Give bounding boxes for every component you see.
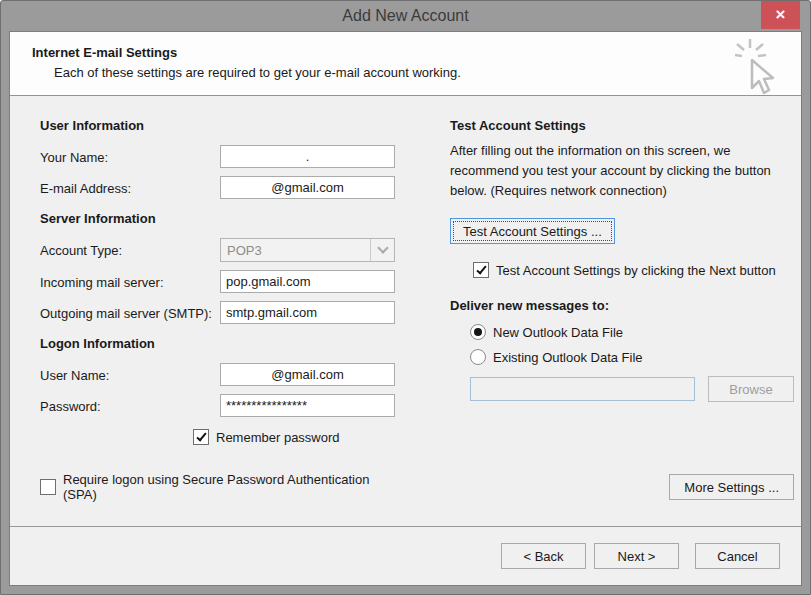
spa-checkbox[interactable] (40, 479, 56, 495)
new-data-file-label: New Outlook Data File (493, 325, 623, 340)
new-data-file-row: New Outlook Data File (470, 324, 794, 340)
test-account-settings-heading: Test Account Settings (450, 118, 794, 133)
deliver-heading: Deliver new messages to: (450, 298, 794, 313)
spa-row: Require logon using Secure Password Auth… (40, 472, 398, 502)
window-title: Add New Account (1, 1, 810, 31)
test-on-next-checkbox[interactable] (473, 262, 489, 278)
right-column: Test Account Settings After filling out … (450, 118, 794, 526)
test-account-settings-button[interactable]: Test Account Settings ... (450, 218, 615, 244)
password-row: Password: (40, 394, 398, 417)
next-button[interactable]: Next > (594, 543, 679, 569)
email-address-row: E-mail Address: (40, 176, 398, 199)
user-information-heading: User Information (40, 118, 398, 133)
more-settings-button[interactable]: More Settings ... (669, 474, 794, 500)
add-new-account-dialog: Add New Account × Internet E-mail Settin… (0, 0, 811, 595)
email-address-input[interactable] (220, 176, 395, 199)
outgoing-server-input[interactable] (220, 301, 395, 324)
existing-data-file-radio[interactable] (470, 349, 486, 365)
server-information-heading: Server Information (40, 211, 398, 226)
incoming-server-row: Incoming mail server: (40, 270, 398, 293)
outgoing-server-label: Outgoing mail server (SMTP): (40, 305, 220, 321)
account-type-select: POP3 (220, 238, 395, 262)
banner-title: Internet E-mail Settings (32, 45, 801, 60)
click-cursor-icon (735, 38, 783, 96)
data-file-path-row: Browse (470, 376, 794, 402)
existing-data-file-row: Existing Outlook Data File (470, 349, 794, 365)
banner: Internet E-mail Settings Each of these s… (10, 32, 801, 96)
banner-subtitle: Each of these settings are required to g… (54, 65, 801, 80)
test-on-next-row: Test Account Settings by clicking the Ne… (473, 262, 794, 278)
your-name-input[interactable] (220, 145, 395, 168)
close-button[interactable]: × (761, 1, 800, 29)
email-address-label: E-mail Address: (40, 180, 220, 196)
dialog-surface: Internet E-mail Settings Each of these s… (9, 31, 802, 586)
test-account-settings-description: After filling out the information on thi… (450, 141, 794, 201)
remember-password-label: Remember password (216, 430, 340, 445)
account-type-label: Account Type: (40, 242, 220, 258)
remember-password-checkbox[interactable] (193, 429, 209, 445)
existing-data-file-label: Existing Outlook Data File (493, 350, 643, 365)
spa-label: Require logon using Secure Password Auth… (63, 472, 398, 502)
titlebar[interactable]: Add New Account × (1, 1, 810, 31)
data-file-path-input (470, 377, 695, 401)
chevron-down-icon (370, 239, 394, 261)
left-column: User Information Your Name: E-mail Addre… (40, 118, 398, 526)
account-type-row: Account Type: POP3 (40, 238, 398, 262)
your-name-row: Your Name: (40, 145, 398, 168)
user-name-input[interactable] (220, 363, 395, 386)
incoming-server-label: Incoming mail server: (40, 274, 220, 290)
browse-button: Browse (708, 376, 794, 402)
test-on-next-label: Test Account Settings by clicking the Ne… (496, 263, 776, 278)
incoming-server-input[interactable] (220, 270, 395, 293)
remember-password-row: Remember password (193, 429, 398, 445)
your-name-label: Your Name: (40, 149, 220, 165)
user-name-row: User Name: (40, 363, 398, 386)
cancel-button[interactable]: Cancel (695, 543, 780, 569)
dialog-content: User Information Your Name: E-mail Addre… (10, 96, 801, 526)
account-type-value: POP3 (227, 243, 262, 258)
back-button[interactable]: < Back (501, 543, 586, 569)
user-name-label: User Name: (40, 367, 220, 383)
dialog-footer: < Back Next > Cancel (10, 526, 801, 585)
new-data-file-radio[interactable] (470, 324, 486, 340)
password-label: Password: (40, 398, 220, 414)
logon-information-heading: Logon Information (40, 336, 398, 351)
close-icon: × (776, 6, 786, 23)
password-input[interactable] (220, 394, 395, 417)
outgoing-server-row: Outgoing mail server (SMTP): (40, 301, 398, 324)
